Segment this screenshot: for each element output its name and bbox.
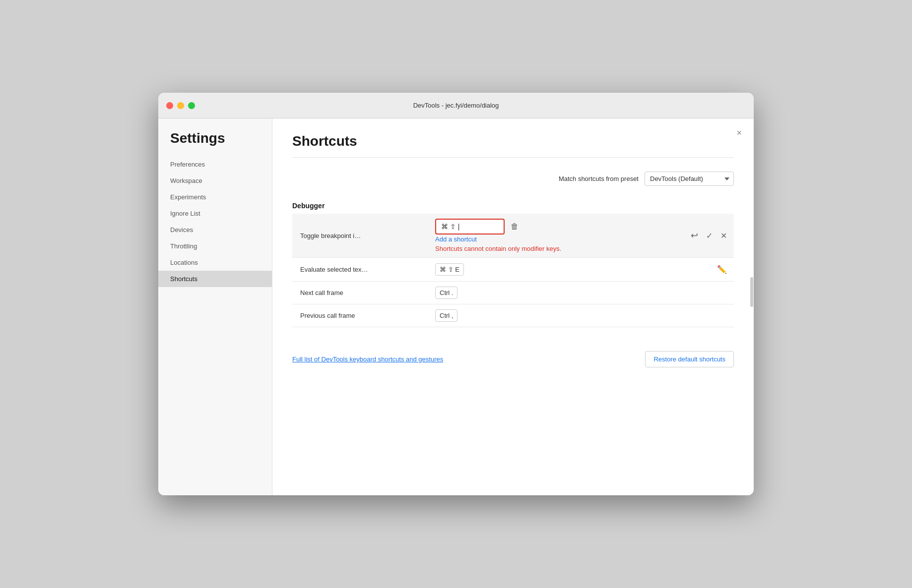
page-title: Shortcuts	[292, 133, 734, 149]
shortcut-name-evaluate: Evaluate selected tex…	[292, 258, 431, 282]
delete-shortcut-button[interactable]: 🗑	[509, 220, 521, 233]
shortcut-actions-prev-call	[651, 304, 734, 327]
restore-defaults-button[interactable]: Restore default shortcuts	[645, 351, 734, 367]
shortcut-actions-next-call	[651, 282, 734, 304]
edit-evaluate-button[interactable]: ✏️	[714, 263, 730, 276]
shortcut-name-next-call: Next call frame	[292, 282, 431, 304]
sidebar-item-experiments[interactable]: Experiments	[158, 189, 272, 205]
sidebar-item-throttling[interactable]: Throttling	[158, 238, 272, 254]
error-message: Shortcuts cannot contain only modifier k…	[435, 245, 648, 252]
key-badge-next-call: Ctrl .	[435, 287, 457, 299]
preset-row: Match shortcuts from preset DevTools (De…	[292, 172, 734, 186]
window-title: DevTools - jec.fyi/demo/dialog	[413, 102, 499, 109]
editing-actions: ↩ ✓ ✕	[655, 228, 730, 243]
shortcut-row-toggle-breakpoint: Toggle breakpoint i… 🗑 Add a shortcut Sh…	[292, 214, 734, 258]
close-traffic-light[interactable]	[166, 102, 173, 109]
sidebar-item-workspace[interactable]: Workspace	[158, 173, 272, 189]
key-badge-evaluate: ⌘ ⇧ E	[435, 263, 464, 276]
shortcut-keys-next-call: Ctrl .	[431, 282, 651, 304]
shortcut-row-evaluate-selected: Evaluate selected tex… ⌘ ⇧ E ✏️	[292, 258, 734, 282]
key-input-toggle-breakpoint[interactable]	[435, 219, 505, 235]
shortcut-name-prev-call: Previous call frame	[292, 304, 431, 327]
shortcut-keys-evaluate: ⌘ ⇧ E	[431, 258, 651, 282]
title-bar: DevTools - jec.fyi/demo/dialog	[158, 93, 754, 118]
traffic-lights	[166, 102, 195, 109]
scrollbar-thumb	[750, 277, 753, 307]
shortcuts-table: Toggle breakpoint i… 🗑 Add a shortcut Sh…	[292, 214, 734, 327]
shortcut-actions-evaluate: ✏️	[651, 258, 734, 282]
section-title-debugger: Debugger	[292, 202, 734, 210]
devtools-window: DevTools - jec.fyi/demo/dialog Settings …	[158, 93, 754, 495]
main-content: × Shortcuts Match shortcuts from preset …	[272, 118, 754, 495]
sidebar-item-locations[interactable]: Locations	[158, 254, 272, 271]
sidebar: Settings Preferences Workspace Experimen…	[158, 118, 272, 495]
minimize-traffic-light[interactable]	[177, 102, 184, 109]
title-divider	[292, 157, 734, 158]
confirm-button[interactable]: ✓	[703, 229, 716, 242]
preset-select[interactable]: DevTools (Default) Visual Studio Code	[645, 172, 734, 186]
close-button[interactable]: ×	[736, 128, 742, 137]
sidebar-item-preferences[interactable]: Preferences	[158, 156, 272, 173]
shortcut-row-next-call-frame: Next call frame Ctrl .	[292, 282, 734, 304]
undo-button[interactable]: ↩	[688, 228, 701, 243]
preset-label: Match shortcuts from preset	[559, 175, 639, 182]
full-list-link[interactable]: Full list of DevTools keyboard shortcuts…	[292, 355, 443, 363]
discard-button[interactable]: ✕	[717, 229, 730, 242]
sidebar-title: Settings	[158, 130, 272, 156]
add-shortcut-link[interactable]: Add a shortcut	[435, 235, 477, 243]
sidebar-item-devices[interactable]: Devices	[158, 222, 272, 238]
sidebar-item-ignore-list[interactable]: Ignore List	[158, 205, 272, 222]
shortcut-row-prev-call-frame: Previous call frame Ctrl ,	[292, 304, 734, 327]
footer-row: Full list of DevTools keyboard shortcuts…	[292, 343, 734, 367]
shortcut-keys-prev-call: Ctrl ,	[431, 304, 651, 327]
edit-input-wrapper: 🗑	[435, 219, 648, 235]
add-shortcut-area: Add a shortcut Shortcuts cannot contain …	[435, 235, 648, 252]
shortcut-actions-editing: ↩ ✓ ✕	[651, 214, 734, 258]
key-badge-prev-call: Ctrl ,	[435, 309, 457, 322]
sidebar-item-shortcuts[interactable]: Shortcuts	[158, 271, 272, 287]
maximize-traffic-light[interactable]	[188, 102, 195, 109]
shortcut-name-toggle-breakpoint: Toggle breakpoint i…	[292, 214, 431, 258]
scrollbar-track[interactable]	[750, 148, 754, 495]
shortcut-keys-toggle-breakpoint: 🗑 Add a shortcut Shortcuts cannot contai…	[431, 214, 651, 258]
window-body: Settings Preferences Workspace Experimen…	[158, 118, 754, 495]
